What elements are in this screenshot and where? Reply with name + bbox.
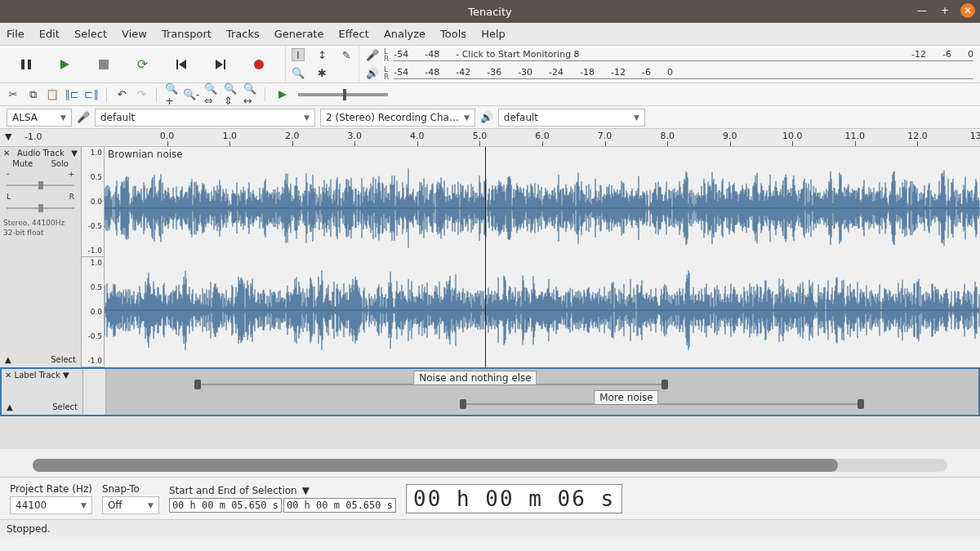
window-title: Tenacity: [468, 6, 512, 18]
multi-tool-icon[interactable]: ✱: [315, 67, 328, 80]
menu-analyze[interactable]: Analyze: [384, 28, 425, 40]
pan-slider[interactable]: [7, 204, 74, 212]
audio-host-combo[interactable]: ALSA▼: [7, 109, 72, 127]
mic-icon[interactable]: 🎤: [366, 49, 379, 62]
draw-tool-icon[interactable]: ✎: [340, 48, 353, 61]
menu-select[interactable]: Select: [74, 28, 107, 40]
play-at-speed-button[interactable]: [274, 86, 292, 104]
menu-effect[interactable]: Effect: [338, 28, 368, 40]
amplitude-scale: 1.00.50.0-0.5-1.0 1.00.50.0-0.5-1.0: [82, 147, 105, 367]
close-button[interactable]: ✕: [960, 3, 975, 18]
zoom-out-icon[interactable]: 🔍-: [185, 88, 198, 101]
zoom-in-icon[interactable]: 🔍+: [165, 88, 178, 101]
audio-track-control-panel[interactable]: ✕ Audio Track ▼ Mute Solo -+ LR Stereo, …: [0, 147, 82, 367]
titlebar: Tenacity — + ✕: [0, 0, 980, 23]
svg-point-4: [254, 60, 264, 69]
solo-button[interactable]: Solo: [51, 159, 68, 168]
fit-selection-icon[interactable]: 🔍⇔: [204, 88, 217, 101]
edit-toolbar: ✂ ⧉ 📋 ∥⊏ ⊏∥ ↶ ↷ 🔍+ 🔍- 🔍⇔ 🔍⇕ 🔍↔: [0, 83, 980, 106]
label-track-close-icon[interactable]: ✕: [5, 371, 11, 380]
selection-toolbar: Project Rate (Hz) 44100▼ Snap-To Off▼ St…: [0, 477, 980, 519]
skip-end-button[interactable]: [212, 56, 229, 73]
play-speed-slider[interactable]: [298, 93, 388, 96]
trim-icon[interactable]: ∥⊏: [65, 88, 78, 101]
rec-meter-lr: LR: [384, 48, 389, 63]
track-name[interactable]: Audio Track: [17, 149, 65, 158]
speaker-icon[interactable]: 🔊: [366, 67, 379, 80]
label-region-2[interactable]: More noise: [463, 403, 861, 405]
waveform-display[interactable]: Brownian noise: [105, 147, 980, 367]
playback-meter[interactable]: -54 -48 -42 -36 -30 -24 -18 -12 -6 0: [394, 67, 973, 79]
snap-to-label: Snap-To: [102, 483, 159, 495]
mute-button[interactable]: Mute: [12, 159, 33, 168]
label-track-collapse-icon[interactable]: ▲: [7, 402, 13, 411]
selection-mode-icon[interactable]: ▼: [302, 485, 310, 496]
svg-rect-2: [176, 60, 178, 69]
fit-project-icon[interactable]: 🔍⇕: [224, 88, 237, 101]
clip-title[interactable]: Brownian noise: [108, 149, 183, 160]
selection-tool-icon[interactable]: I: [292, 48, 305, 61]
label-track-area[interactable]: Noise and nothing else More noise: [106, 369, 978, 415]
skip-start-button[interactable]: [172, 56, 190, 73]
maximize-button[interactable]: +: [938, 3, 952, 18]
svg-rect-0: [21, 60, 24, 69]
zoom-tool-icon[interactable]: 🔍: [292, 67, 305, 80]
recording-channels-combo[interactable]: 2 (Stereo) Recording Cha…▼: [320, 109, 475, 127]
label-region-1[interactable]: Noise and nothing else: [198, 384, 665, 385]
paste-icon[interactable]: 📋: [46, 88, 59, 101]
mic-device-icon: 🎤: [77, 111, 90, 124]
copy-icon[interactable]: ⧉: [26, 88, 39, 101]
menu-view[interactable]: View: [122, 28, 147, 40]
project-rate-label: Project Rate (Hz): [10, 483, 92, 495]
timeline-pin-icon[interactable]: ▼: [5, 131, 11, 142]
snap-to-combo[interactable]: Off▼: [102, 496, 159, 514]
menubar: File Edit Select View Transport Tracks G…: [0, 23, 980, 46]
menu-tracks[interactable]: Tracks: [226, 28, 260, 40]
undo-icon[interactable]: ↶: [115, 88, 128, 101]
track-menu-icon[interactable]: ▼: [71, 149, 78, 158]
selection-start-input[interactable]: 00 h 00 m 05.650 s: [169, 498, 282, 513]
zoom-toggle-icon[interactable]: 🔍↔: [243, 88, 256, 101]
horizontal-scrollbar[interactable]: [33, 459, 947, 472]
track-close-icon[interactable]: ✕: [3, 149, 10, 158]
selection-label[interactable]: Start and End of Selection: [169, 485, 297, 496]
label-track-select-button[interactable]: Select: [52, 402, 78, 411]
loop-button[interactable]: ⟳: [133, 56, 151, 73]
play-meter-lr: LR: [384, 66, 389, 81]
recording-meter[interactable]: -54 -48 - Click to Start Monitoring 8 -1…: [394, 49, 973, 61]
gain-slider[interactable]: [7, 181, 74, 189]
playhead-cursor[interactable]: [485, 147, 486, 367]
playback-device-combo[interactable]: default▼: [498, 109, 645, 127]
silence-icon[interactable]: ⊏∥: [85, 88, 98, 101]
label-track-menu-icon[interactable]: ▼: [63, 371, 69, 380]
device-toolbar: ALSA▼ 🎤 default▼ 2 (Stereo) Recording Ch…: [0, 106, 980, 129]
menu-file[interactable]: File: [7, 28, 24, 40]
status-text: Stopped.: [7, 523, 51, 535]
project-rate-combo[interactable]: 44100▼: [10, 496, 92, 514]
track-collapse-icon[interactable]: ▲: [5, 355, 11, 364]
label-track-name[interactable]: Label Track: [15, 371, 60, 380]
redo-icon[interactable]: ↷: [135, 88, 148, 101]
label-track-control-panel[interactable]: ✕ Label Track ▼ ▲Select: [2, 369, 83, 415]
menu-generate[interactable]: Generate: [274, 28, 324, 40]
timeline-ruler[interactable]: ▼ -1.0 0.01.02.03.04.05.06.07.08.09.010.…: [0, 129, 980, 147]
audio-position-display[interactable]: 00 h 00 m 06 s: [406, 484, 622, 513]
play-button[interactable]: [56, 56, 74, 73]
cut-icon[interactable]: ✂: [7, 88, 20, 101]
label-text-2[interactable]: More noise: [594, 390, 658, 405]
track-format1: Stereo, 44100Hz: [3, 219, 78, 227]
selection-end-input[interactable]: 00 h 00 m 05.650 s: [283, 498, 396, 513]
svg-rect-3: [224, 60, 225, 69]
recording-device-combo[interactable]: default▼: [95, 109, 315, 127]
menu-transport[interactable]: Transport: [162, 28, 212, 40]
label-text-1[interactable]: Noise and nothing else: [413, 371, 537, 385]
envelope-tool-icon[interactable]: ↕: [315, 48, 328, 61]
pause-button[interactable]: [17, 56, 35, 73]
stop-button[interactable]: [95, 56, 113, 73]
menu-help[interactable]: Help: [481, 28, 506, 40]
minimize-button[interactable]: —: [915, 3, 929, 18]
record-button[interactable]: [250, 56, 268, 73]
menu-edit[interactable]: Edit: [39, 28, 60, 40]
track-select-button[interactable]: Select: [51, 355, 76, 364]
menu-tools[interactable]: Tools: [440, 28, 466, 40]
